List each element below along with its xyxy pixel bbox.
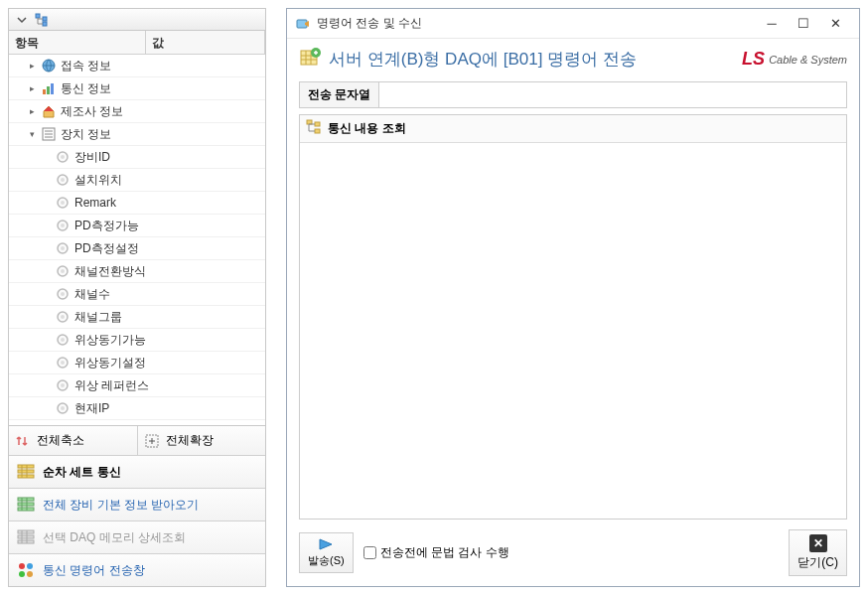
brand-logo: LS Cable & System [742,49,847,70]
tree-node[interactable]: ▾장치 정보 [9,123,265,146]
collapse-all-button[interactable]: 전체축소 [9,426,138,455]
expander-icon[interactable] [41,175,52,186]
svg-point-14 [61,178,65,182]
node-label: 장비ID [74,149,110,166]
header-value[interactable]: 값 [146,31,265,54]
svg-point-51 [19,563,25,569]
close-label: 닫기(C) [797,554,838,571]
expander-icon[interactable] [41,266,52,277]
expander-icon[interactable] [41,243,52,254]
dropdown-toggle-icon[interactable] [13,11,31,29]
globe-icon [41,58,57,74]
tree-node[interactable]: ▸통신 정보 [9,77,265,100]
svg-rect-1 [43,17,47,21]
minimize-button[interactable]: ─ [756,12,788,36]
node-label: 현재IP [74,400,109,417]
expander-icon[interactable] [41,335,52,346]
tree-body: ▸접속 정보▸통신 정보▸제조사 정보▾장치 정보장비ID설치위치RemarkP… [9,55,265,425]
log-body[interactable] [300,143,846,519]
expander-icon[interactable] [41,312,52,323]
expander-icon[interactable] [41,152,52,163]
svg-rect-38 [18,475,34,478]
section-title: 통신 내용 조회 [328,120,406,137]
daq-memory-button[interactable]: 선택 DAQ 메모리 상세조회 [9,521,265,553]
expander-icon[interactable] [41,358,52,369]
node-label: Remark [74,196,116,210]
bullet-icon [55,309,71,325]
header-icon [299,47,321,72]
node-label: PD측정설정 [74,240,139,257]
svg-point-20 [61,246,65,250]
svg-rect-36 [18,465,34,468]
tree-node[interactable]: 현재IP [9,397,265,420]
bullet-icon [55,286,71,302]
send-button[interactable]: 발송(S) [299,532,354,573]
tree-node[interactable]: PD측정가능 [9,215,265,237]
collapse-label: 전체축소 [37,432,84,449]
input-row: 전송 문자열 [299,81,847,108]
svg-point-18 [61,223,65,227]
cmd-window-button[interactable]: 통신 명령어 전송창 [9,553,265,586]
expand-label: 전체확장 [166,432,214,449]
window-titlebar: 명령어 전송 및 수신 ─ ☐ ✕ [287,9,859,39]
expander-icon[interactable] [41,380,52,391]
tree-node[interactable]: 위상 레퍼런스 [9,374,265,397]
expander-icon[interactable]: ▾ [27,129,38,140]
bullet-icon [55,377,71,393]
input-label: 전송 문자열 [300,82,379,107]
svg-rect-48 [18,540,34,543]
tree-node[interactable]: 장비ID [9,146,265,169]
syntax-check-checkbox[interactable] [363,546,376,559]
svg-rect-62 [307,120,312,124]
close-button[interactable]: ✕ 닫기(C) [789,529,847,576]
maximize-button[interactable]: ☐ [788,12,819,36]
logo-sub: Cable & System [769,54,847,66]
expander-icon[interactable] [41,289,52,300]
command-input[interactable] [379,84,846,106]
tree-node[interactable]: 채널그룹 [9,306,265,329]
tree-node[interactable]: ▸제조사 정보 [9,100,265,123]
node-label: 설치위치 [74,172,122,189]
tree-icon[interactable] [33,11,51,29]
bullet-icon [55,218,71,233]
seq-set-comm-button[interactable]: 순차 세트 통신 [9,455,265,488]
node-label: 접속 정보 [61,58,111,74]
expander-icon[interactable] [41,403,52,414]
bullet-icon [55,263,71,279]
svg-rect-0 [36,14,40,18]
expander-icon[interactable] [41,221,52,231]
expander-icon[interactable]: ▸ [27,106,38,117]
bottom-actions: 전체축소 전체확장 순차 세트 통신 전체 장비 기본 정보 받아오기 선택 D… [9,425,265,586]
svg-point-34 [61,406,65,410]
window-footer: 발송(S) 전송전에 문법 검사 수행 ✕ 닫기(C) [287,523,859,586]
window-icon [295,16,311,32]
expander-icon[interactable] [41,198,52,209]
expand-all-button[interactable]: 전체확장 [138,426,266,455]
node-label: 통신 정보 [61,80,111,97]
fetch-info-button[interactable]: 전체 장비 기본 정보 받아오기 [9,488,265,521]
expander-icon[interactable]: ▸ [27,61,38,72]
tree-header: 항목 값 [9,31,265,55]
chart-icon [41,80,57,96]
tree-node[interactable]: ▸접속 정보 [9,55,265,77]
tree-node[interactable]: Remark [9,192,265,215]
expander-icon[interactable]: ▸ [27,83,38,94]
fetch-label: 전체 장비 기본 정보 받아오기 [43,497,199,514]
send-label: 발송(S) [308,553,345,568]
tree-node[interactable]: 설치위치 [9,169,265,192]
close-window-button[interactable]: ✕ [819,12,851,36]
daq-label: 선택 DAQ 메모리 상세조회 [43,529,186,546]
svg-rect-41 [18,498,34,501]
tree-node[interactable]: PD측정설정 [9,237,265,260]
svg-rect-6 [51,83,54,94]
bullet-icon [55,172,71,188]
tree-node[interactable]: 위상동기가능 [9,329,265,352]
header-item[interactable]: 항목 [9,31,146,54]
svg-point-22 [61,269,65,273]
svg-point-54 [27,571,33,577]
svg-rect-43 [18,508,34,511]
tree-node[interactable]: 위상동기설정 [9,352,265,374]
tree-node[interactable]: 채널전환방식 [9,260,265,283]
tree-node[interactable]: 채널수 [9,283,265,306]
panel-toolbar [9,9,265,31]
